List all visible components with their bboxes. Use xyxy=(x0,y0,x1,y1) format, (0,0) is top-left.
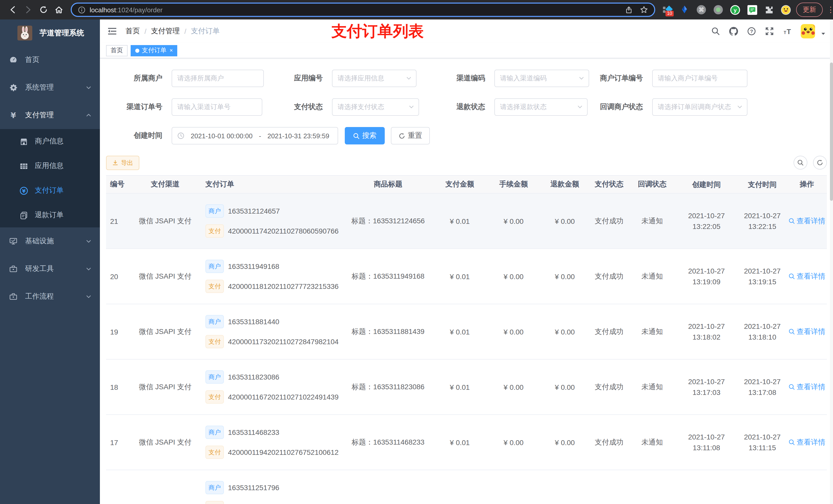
view-detail-link[interactable]: 查看详情 xyxy=(788,438,825,447)
sidebar-item-infra[interactable]: 基础设施 xyxy=(0,227,100,255)
reset-button[interactable]: 重置 xyxy=(391,127,430,144)
view-detail-link[interactable]: 查看详情 xyxy=(788,327,825,336)
show-search-button[interactable] xyxy=(793,156,807,170)
cell-fee: ¥ 0.00 xyxy=(487,438,541,447)
browser-menu-icon[interactable]: ⋮ xyxy=(827,5,833,14)
navbar: 首页 / 支付管理 / 支付订单 支付订单列表 ? TT xyxy=(100,20,833,43)
refresh-table-button[interactable] xyxy=(813,156,827,170)
view-detail-link[interactable]: 查看详情 xyxy=(788,272,825,281)
table-row[interactable]: 18 微信 JSAPI 支付 商户 1635311823086 支付 xyxy=(106,360,827,415)
share-icon[interactable] xyxy=(625,6,633,14)
sidebar-item-workflow[interactable]: 工作流程 xyxy=(0,283,100,310)
extension-green-dot-icon[interactable] xyxy=(713,5,723,15)
merchant-no: 1635312124657 xyxy=(228,207,280,215)
sidebar-item-refund-order[interactable]: 退款订单 xyxy=(0,203,100,227)
extension-badge: 10 xyxy=(665,11,674,16)
browser-reload-icon[interactable] xyxy=(39,5,48,14)
browser-update-button[interactable]: 更新 xyxy=(796,3,823,17)
address-bar[interactable]: localhost:1024/pay/order xyxy=(71,3,655,17)
date-end[interactable]: 2021-10-31 23:59:59 xyxy=(264,132,332,140)
breadcrumb-pay[interactable]: 支付管理 xyxy=(151,27,180,36)
chevron-down-icon xyxy=(86,266,92,272)
help-icon[interactable]: ? xyxy=(747,27,756,36)
extension-emoji-icon[interactable] xyxy=(781,5,791,15)
merchant-no-badge: 商户 xyxy=(206,260,224,273)
app-select[interactable]: 请选择应用信息 xyxy=(332,70,416,87)
channel-no: 4200001173202110272847982104 xyxy=(228,338,339,346)
browser-forward-icon[interactable] xyxy=(24,5,33,14)
briefcase-icon xyxy=(9,292,18,301)
date-start[interactable]: 2021-10-01 00:00:00 xyxy=(188,132,256,140)
sidebar-toggle-icon[interactable] xyxy=(107,26,117,37)
table-row[interactable]: 17 微信 JSAPI 支付 商户 1635311468233 支付 xyxy=(106,415,827,470)
merchant-no: 1635311949168 xyxy=(228,262,279,270)
sidebar-item-merchant-info[interactable]: 商户信息 xyxy=(0,129,100,154)
merchant-no-badge: 商户 xyxy=(206,205,224,218)
svg-text:?: ? xyxy=(750,29,753,34)
site-info-icon[interactable] xyxy=(78,6,86,14)
tag-pay-order[interactable]: 支付订单 × xyxy=(130,45,177,56)
extension-kite-icon[interactable] xyxy=(679,5,690,15)
bookmark-star-icon[interactable] xyxy=(640,6,648,14)
scrollbar-thumb[interactable] xyxy=(830,63,833,201)
create-time-range-input[interactable]: 2021-10-01 00:00:00 - 2021-10-31 23:59:5… xyxy=(172,127,338,144)
cell-refund: ¥ 0.00 xyxy=(541,272,589,281)
callback-status-select[interactable]: 请选择订单回调商户状态 xyxy=(652,98,747,116)
breadcrumb-home[interactable]: 首页 xyxy=(125,27,140,36)
extension-y-icon[interactable]: y xyxy=(730,5,740,15)
table-row[interactable]: 21 微信 JSAPI 支付 商户 1635312124657 支付 xyxy=(106,194,827,249)
avatar[interactable] xyxy=(801,24,815,39)
cell-order: 商户 1635311949168 支付 42000011812021102777… xyxy=(200,260,343,293)
extension-chat-icon[interactable] xyxy=(747,5,757,15)
browser-back-icon[interactable] xyxy=(8,5,18,14)
pay-status-select[interactable]: 请选择支付状态 xyxy=(332,98,419,116)
sidebar: 芋道管理系统 首页 系统管理 ¥ 支付管理 商户信息 xyxy=(0,20,100,504)
tag-home[interactable]: 首页 xyxy=(106,45,127,56)
search-icon[interactable] xyxy=(711,27,720,36)
table-row[interactable]: 19 微信 JSAPI 支付 商户 1635311881440 支付 xyxy=(106,304,827,360)
page-scrollbar[interactable] xyxy=(830,20,833,504)
refund-status-select[interactable]: 请选择退款状态 xyxy=(494,98,588,116)
cell-pay-time: 2021-10-27 13:22:15 xyxy=(738,210,787,232)
github-icon[interactable] xyxy=(729,27,738,36)
sidebar-item-app-info[interactable]: 应用信息 xyxy=(0,154,100,178)
view-detail-link[interactable]: 查看详情 xyxy=(788,382,825,391)
browser-home-icon[interactable] xyxy=(54,5,64,14)
fullscreen-icon[interactable] xyxy=(765,27,774,36)
merchant-order-no-input[interactable]: 请输入商户订单编号 xyxy=(652,70,747,87)
orders-table: 编号 支付渠道 支付订单 商品标题 支付金额 手续金额 退款金额 支付状态 回调… xyxy=(106,175,827,504)
cell-refund: ¥ 0.00 xyxy=(541,383,589,391)
avatar-caret-icon[interactable] xyxy=(821,31,826,37)
cell-notify: 未通知 xyxy=(629,272,675,281)
cell-title: 标题：1635311468233 xyxy=(343,438,433,447)
search-button[interactable]: 搜索 xyxy=(345,127,385,144)
merchant-input[interactable]: 请选择所属商户 xyxy=(172,70,264,87)
extensions-area: 10 ⌘ y xyxy=(662,5,791,15)
chevron-down-icon xyxy=(577,104,583,110)
table-row[interactable]: 20 微信 JSAPI 支付 商户 1635311949168 支付 xyxy=(106,249,827,304)
search-icon xyxy=(788,439,795,446)
channel-order-no-input[interactable]: 请输入渠道订单号 xyxy=(172,98,262,116)
sidebar-item-system[interactable]: 系统管理 xyxy=(0,74,100,101)
view-detail-link[interactable]: 查看详情 xyxy=(788,216,825,225)
export-button[interactable]: 导出 xyxy=(106,156,139,170)
sidebar-item-home[interactable]: 首页 xyxy=(0,46,100,74)
sidebar-item-pay-order[interactable]: ¥ 支付订单 xyxy=(0,178,100,203)
channel-code-select[interactable]: 请输入渠道编码 xyxy=(494,70,589,87)
sidebar-item-devtools[interactable]: 研发工具 xyxy=(0,255,100,283)
svg-text:¥: ¥ xyxy=(22,188,26,194)
logo-rabbit-image xyxy=(16,25,33,40)
col-channel: 支付渠道 xyxy=(130,180,200,189)
extension-command-icon[interactable]: ⌘ xyxy=(696,5,707,15)
sidebar-item-pay[interactable]: ¥ 支付管理 xyxy=(0,101,100,129)
extension-sketch-icon[interactable]: 10 xyxy=(662,5,673,15)
font-size-icon[interactable]: TT xyxy=(783,27,792,36)
extensions-puzzle-icon[interactable] xyxy=(764,5,774,15)
cell-action: 查看详情 xyxy=(787,382,827,391)
col-amount: 支付金额 xyxy=(433,180,487,189)
col-pay-time: 支付时间 xyxy=(738,179,787,190)
table-row[interactable]: 商户 1635311251796 支付 xyxy=(106,470,827,504)
channel-no-badge: 支付 xyxy=(206,224,224,238)
cell-notify: 未通知 xyxy=(629,327,675,336)
tag-close-icon[interactable]: × xyxy=(170,48,173,53)
